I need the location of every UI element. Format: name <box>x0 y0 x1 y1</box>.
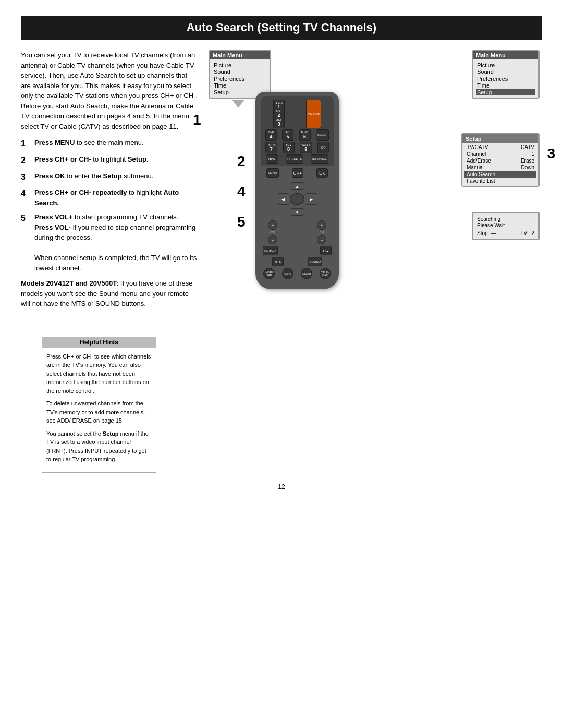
mts-sound-row: MTS SOUND <box>261 257 334 266</box>
btn-8[interactable]: TUV 8 <box>283 142 295 153</box>
btn-on-off[interactable]: ON·OFF <box>306 100 321 128</box>
diagram-area: Main Menu Picture Sound Preferences Time… <box>209 50 542 311</box>
screen3-row-favoritelist: Favorite List <box>464 178 536 184</box>
screen1-title: Main Menu <box>210 51 270 59</box>
step-2-number: 2 <box>21 154 30 167</box>
btn-1-2-3[interactable]: 1·2·3 1 ABC 2 DEF 3 <box>273 100 285 128</box>
btn-calendar[interactable]: CALEN DAR <box>320 268 331 279</box>
screen2-title: Main Menu <box>473 51 538 59</box>
btn-sound[interactable]: SOUND <box>308 257 322 266</box>
vol-ch-area: + VOL – + CH – <box>261 220 334 244</box>
hint-2: To delete unwanted channels from the TV'… <box>46 399 152 425</box>
page-title: Auto Search (Setting TV Channels) <box>21 16 542 40</box>
screen4-footer: Stop — TV 2 <box>477 230 534 236</box>
screen3-row-manual: ManualDown <box>464 164 536 171</box>
nav-up-btn[interactable]: ▲ <box>290 182 304 190</box>
remote-top-section: 1·2·3 1 ABC 2 DEF 3 ON·OFF <box>261 96 334 166</box>
remote-menu-row: MENU CH+ OK <box>261 168 334 178</box>
vol-section: + VOL – <box>268 220 277 244</box>
btn-sleep[interactable]: SLEEP <box>316 129 329 141</box>
step-4: 4 Press CH+ or CH- repeatedly to highlig… <box>21 188 198 208</box>
ch-down-btn[interactable]: – <box>317 235 326 244</box>
btn-9[interactable]: WXYZ 9 <box>300 142 312 153</box>
nav-left-btn[interactable]: ◀ <box>277 193 289 205</box>
step-4-number: 4 <box>21 188 30 208</box>
remote-row-top: 1·2·3 1 ABC 2 DEF 3 ON·OFF <box>263 100 331 128</box>
screen1-item-preferences: Preferences <box>214 76 266 82</box>
btn-cc[interactable]: CC <box>317 142 329 153</box>
btn-5[interactable]: JKL 5 <box>282 129 293 141</box>
remote-control: 1·2·3 1 ABC 2 DEF 3 ON·OFF <box>255 92 339 289</box>
nav-area: ▲ ◀ ▶ ▼ <box>261 179 334 219</box>
vol-plus-btn[interactable]: + <box>268 220 277 230</box>
arrow-down-1 <box>232 100 244 108</box>
btn-4[interactable]: GHI 4 <box>265 129 277 141</box>
intro-text: You can set your TV to receive local TV … <box>21 50 198 131</box>
btn-presets[interactable]: PRESETS <box>286 154 303 164</box>
hints-title: Helpful Hints <box>42 337 156 348</box>
step-3: 3 Press OK to enter the Setup submenu. <box>21 171 198 183</box>
helpful-hints-box: Helpful Hints Press CH+ or CH- to see wh… <box>42 337 156 473</box>
bottom-btn-row: NOTE PAD CAPS INSERT CALEN DAR <box>261 268 334 279</box>
vol-label: VOL <box>270 231 276 234</box>
step-num-5: 5 <box>237 215 246 229</box>
go-back-fav-row: GO BACK FAV <box>261 246 334 255</box>
screen4-please-wait: Please Wait <box>477 223 534 228</box>
bottom-section: Helpful Hints Press CH+ or CH- to see wh… <box>21 337 542 483</box>
step-5: 5 Press VOL+ to start programming TV cha… <box>21 212 198 273</box>
hints-body: Press CH+ or CH- to see which channels a… <box>42 348 156 472</box>
steps-list: 1 Press MENU to see the main menu. 2 Pre… <box>21 138 198 273</box>
remote-row-789: PQRS 7 TUV 8 WXYZ 9 CC <box>263 142 331 153</box>
step-numbers-245: 2 4 5 <box>237 154 246 229</box>
step-number-3: 3 <box>547 146 555 161</box>
screen1-item-sound: Sound <box>214 69 266 75</box>
btn-7[interactable]: PQRS 7 <box>265 142 277 153</box>
nav-down-btn[interactable]: ▼ <box>290 208 304 216</box>
left-column: You can set your TV to receive local TV … <box>21 50 198 315</box>
btn-menu[interactable]: MENU <box>266 168 279 178</box>
nav-ok-btn[interactable] <box>290 193 304 205</box>
screen4-searching: Searching Please Wait Stop — TV 2 <box>472 212 540 240</box>
btn-6[interactable]: MNO 6 <box>299 129 311 141</box>
step-1-text: Press MENU to see the main menu. <box>34 138 144 150</box>
remote-row-456: GHI 4 JKL 5 MNO 6 SLEEP <box>263 129 331 141</box>
screen1-item-time: Time <box>214 82 266 89</box>
vol-minus-btn[interactable]: – <box>268 235 277 244</box>
remote-row-input-presets: INPUT PRESETS INFO/DEL <box>263 154 331 164</box>
btn-input[interactable]: INPUT <box>266 154 278 164</box>
step-4-text: Press CH+ or CH- repeatedly to highlight… <box>34 188 198 208</box>
nav-right-btn[interactable]: ▶ <box>305 193 317 205</box>
screen2-body: Picture Sound Preferences Time Setup <box>473 59 538 98</box>
btn-go-back[interactable]: GO BACK <box>263 246 278 255</box>
btn-info-del[interactable]: INFO/DEL <box>311 154 328 164</box>
screen3-setup: Setup TV/CATVCATV Channel1 Add/EraseEras… <box>461 133 540 187</box>
screen2-item-time: Time <box>477 82 534 89</box>
screen2-item-preferences: Preferences <box>477 76 534 82</box>
btn-notepad[interactable]: NOTE PAD <box>263 268 275 279</box>
btn-ok[interactable]: OK <box>316 168 328 178</box>
btn-mts[interactable]: MTS <box>272 257 284 266</box>
step-1: 1 Press MENU to see the main menu. <box>21 138 198 150</box>
btn-caps[interactable]: CAPS <box>282 268 293 279</box>
step-2: 2 Press CH+ or CH- to highlight Setup. <box>21 154 198 167</box>
step-2-text: Press CH+ or CH- to highlight Setup. <box>34 154 149 167</box>
screen2-main-menu: Main Menu Picture Sound Preferences Time… <box>472 50 540 99</box>
btn-ch-plus[interactable]: CH+ <box>292 168 303 178</box>
page-number: 12 <box>0 483 563 490</box>
btn-fav[interactable]: FAV <box>320 246 332 255</box>
screen3-row-autosearch: Auto Search— <box>464 171 536 178</box>
step-num-4: 4 <box>237 184 246 199</box>
hint-1: Press CH+ or CH- to see which channels a… <box>46 352 152 396</box>
ch-up-btn[interactable]: + <box>317 220 326 230</box>
screen3-body: TV/CATVCATV Channel1 Add/EraseErase Manu… <box>462 143 538 186</box>
screen3-row-channel: Channel1 <box>464 151 536 157</box>
btn-insert[interactable]: INSERT <box>301 268 312 279</box>
hint-3: You cannot select the Setup menu if the … <box>46 429 152 464</box>
step-1-number: 1 <box>21 138 30 150</box>
step-number-1: 1 <box>193 113 201 127</box>
screen4-searching-text: Searching <box>477 216 534 222</box>
screen4-stop: Stop — <box>477 230 496 236</box>
screen2-item-picture: Picture <box>477 62 534 68</box>
step-num-2: 2 <box>237 154 246 169</box>
ch-label: CH <box>320 231 324 234</box>
